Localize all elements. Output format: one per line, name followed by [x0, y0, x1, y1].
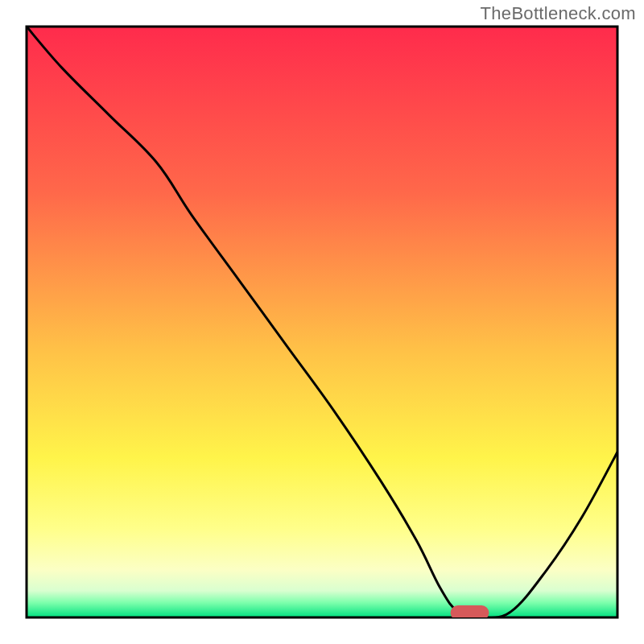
- bottleneck-chart: [0, 0, 644, 644]
- watermark-text: TheBottleneck.com: [481, 3, 636, 24]
- plot-background: [27, 27, 617, 617]
- chart-container: TheBottleneck.com: [0, 0, 644, 644]
